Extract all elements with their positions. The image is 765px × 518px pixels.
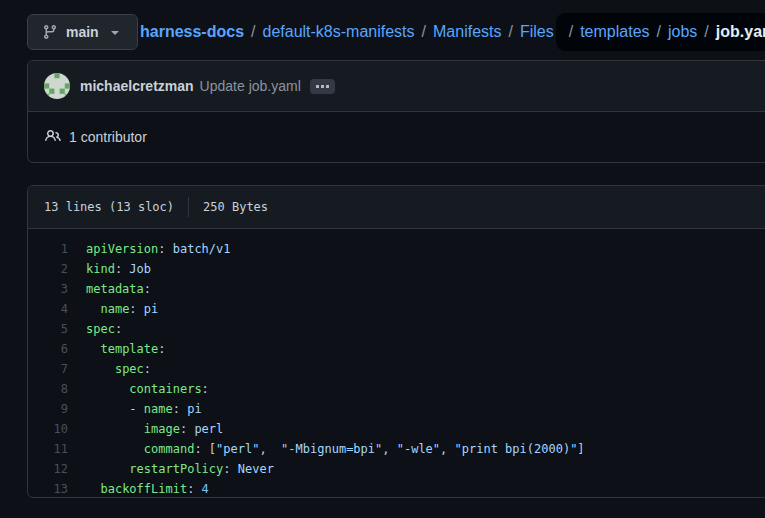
breadcrumb-separator: /: [569, 23, 573, 41]
file-info-header: 13 lines (13 sloc) 250 Bytes: [28, 186, 765, 229]
line-number[interactable]: 9: [28, 399, 68, 419]
line-number[interactable]: 1: [28, 239, 68, 259]
breadcrumb-separator: /: [508, 23, 512, 41]
code-line: 2kind: Job: [28, 259, 765, 279]
commit-author-link[interactable]: michaelcretzman: [80, 78, 194, 94]
breadcrumb-segment-Manifests[interactable]: Manifests: [433, 23, 501, 41]
line-number[interactable]: 13: [28, 479, 68, 498]
breadcrumb-highlight-box: /templates/jobs/job.yaml: [556, 13, 765, 51]
breadcrumb-segment-job.yaml: job.yaml: [716, 23, 765, 41]
code-line: 4 name: pi: [28, 299, 765, 319]
branch-name: main: [66, 24, 99, 40]
code-line: 6 template:: [28, 339, 765, 359]
file-line-count: 13 lines (13 sloc): [44, 200, 174, 214]
code-line: 13 backoffLimit: 4: [28, 479, 765, 498]
code-text: backoffLimit: 4: [86, 479, 209, 498]
file-size: 250 Bytes: [203, 200, 268, 214]
code-text: command: ["perl", "-Mbignum=bpi", "-wle"…: [86, 439, 585, 459]
divider: [188, 197, 189, 217]
breadcrumb-segment-jobs[interactable]: jobs: [668, 23, 697, 41]
breadcrumb-segment-templates[interactable]: templates: [580, 23, 649, 41]
code-line: 7 spec:: [28, 359, 765, 379]
code-line: 5spec:: [28, 319, 765, 339]
code-text: image: perl: [86, 419, 223, 439]
line-number[interactable]: 4: [28, 299, 68, 319]
line-number[interactable]: 8: [28, 379, 68, 399]
breadcrumb-separator: /: [251, 23, 255, 41]
file-content-box: 13 lines (13 sloc) 250 Bytes 1apiVersion…: [27, 185, 765, 498]
breadcrumb-segment-Files[interactable]: Files: [520, 23, 554, 41]
code-text: containers:: [86, 379, 209, 399]
code-text: - name: pi: [86, 399, 202, 419]
ellipsis-icon: [316, 85, 319, 88]
code-text: metadata:: [86, 279, 151, 299]
breadcrumb-segment-harness-docs[interactable]: harness-docs: [140, 23, 244, 41]
code-text: spec:: [86, 359, 151, 379]
code-text: template:: [86, 339, 165, 359]
branch-selector-button[interactable]: main: [27, 14, 138, 50]
code-line: 12 restartPolicy: Never: [28, 459, 765, 479]
code-text: apiVersion: batch/v1: [86, 239, 231, 259]
code-viewer: 1apiVersion: batch/v12kind: Job3metadata…: [28, 229, 765, 498]
line-number[interactable]: 12: [28, 459, 68, 479]
code-line: 1apiVersion: batch/v1: [28, 239, 765, 259]
breadcrumb-separator: /: [704, 23, 708, 41]
chevron-down-icon: [107, 24, 123, 40]
line-number[interactable]: 11: [28, 439, 68, 459]
breadcrumb-separator: /: [422, 23, 426, 41]
people-icon: [45, 128, 69, 147]
code-text: restartPolicy: Never: [86, 459, 274, 479]
code-line: 8 containers:: [28, 379, 765, 399]
code-text: name: pi: [86, 299, 158, 319]
github-file-page: { "colors": { "page_bg": "#0d1117", "pan…: [0, 0, 765, 518]
code-line: 9 - name: pi: [28, 399, 765, 419]
contributors-row[interactable]: 1 contributor: [28, 112, 765, 162]
contributors-count: 1 contributor: [69, 129, 147, 145]
latest-commit-box: michaelcretzman Update job.yaml 1 contri…: [27, 60, 765, 163]
line-number[interactable]: 2: [28, 259, 68, 279]
line-number[interactable]: 10: [28, 419, 68, 439]
line-number[interactable]: 5: [28, 319, 68, 339]
line-number[interactable]: 6: [28, 339, 68, 359]
code-text: spec:: [86, 319, 122, 339]
code-line: 3metadata:: [28, 279, 765, 299]
commit-header: michaelcretzman Update job.yaml: [28, 61, 765, 112]
line-number[interactable]: 3: [28, 279, 68, 299]
commit-ellipsis-button[interactable]: [310, 79, 335, 94]
code-line: 10 image: perl: [28, 419, 765, 439]
git-branch-icon: [42, 24, 58, 40]
code-line: 11 command: ["perl", "-Mbignum=bpi", "-w…: [28, 439, 765, 459]
line-number[interactable]: 7: [28, 359, 68, 379]
breadcrumb: harness-docs/default-k8s-manifests/Manif…: [140, 14, 765, 50]
breadcrumb-segment-default-k8s-manifests[interactable]: default-k8s-manifests: [263, 23, 415, 41]
commit-message[interactable]: Update job.yaml: [200, 78, 301, 94]
code-text: kind: Job: [86, 259, 151, 279]
avatar[interactable]: [44, 73, 70, 99]
breadcrumb-separator: /: [657, 23, 661, 41]
